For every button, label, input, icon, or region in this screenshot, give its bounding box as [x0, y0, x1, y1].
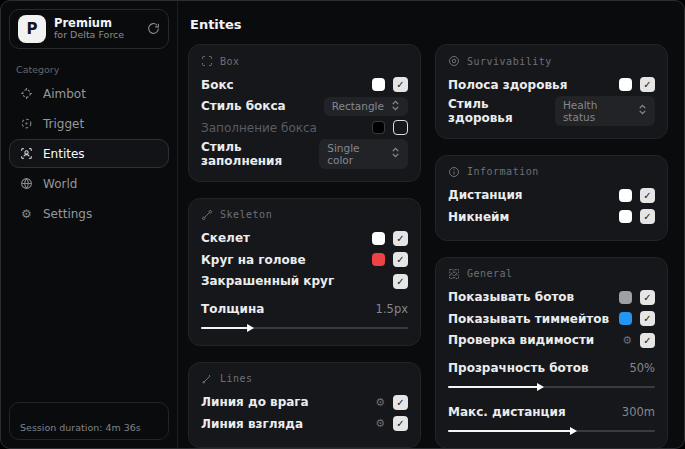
card-title: Lines: [220, 373, 253, 384]
checkbox-skeleton[interactable]: ✓: [393, 231, 408, 246]
checkbox-nickname[interactable]: ✓: [640, 209, 655, 224]
box-style-select[interactable]: Rectangle: [324, 97, 408, 116]
sidebar-item-label: Settings: [43, 207, 92, 221]
color-swatch[interactable]: [372, 253, 385, 266]
thickness-slider[interactable]: [201, 323, 408, 333]
checkbox-box-fill[interactable]: ✓: [393, 120, 408, 135]
target-icon: [19, 117, 34, 130]
color-swatch[interactable]: [619, 78, 632, 91]
sidebar-item-aimbot[interactable]: Aimbot: [9, 79, 169, 108]
card-title: Information: [467, 166, 539, 177]
globe-icon: [19, 177, 34, 190]
color-swatch[interactable]: [372, 121, 385, 134]
setting-label: Полоса здоровья: [448, 78, 567, 92]
setting-label: Дистанция: [448, 188, 523, 202]
setting-label: Закрашенный круг: [201, 274, 334, 288]
gear-icon[interactable]: ⚙: [375, 397, 385, 408]
setting-label: Линия до врага: [201, 395, 309, 409]
max-distance-slider[interactable]: [448, 426, 655, 436]
chevrons-up-down-icon: [638, 104, 647, 117]
health-style-select[interactable]: Health status: [555, 96, 655, 126]
setting-label: Круг на голове: [201, 253, 306, 267]
setting-label: Бокс: [201, 78, 234, 92]
checkbox-health-bar[interactable]: ✓: [640, 77, 655, 92]
color-swatch[interactable]: [619, 291, 632, 304]
slider-thumb[interactable]: [537, 383, 544, 391]
gear-icon[interactable]: ⚙: [375, 418, 385, 429]
card-title: General: [467, 268, 513, 279]
lifebuoy-icon: [448, 55, 460, 67]
sidebar-item-trigget[interactable]: Trigget: [9, 109, 169, 138]
card-title: Box: [220, 56, 240, 67]
checkbox-distance[interactable]: ✓: [640, 188, 655, 203]
setting-label: Линия взгляда: [201, 417, 303, 431]
setting-row-view-line: Линия взгляда ⚙ ✓: [201, 413, 408, 435]
sidebar-item-entites[interactable]: Entites: [9, 139, 169, 168]
setting-label: Заполнение бокса: [201, 121, 317, 135]
chevrons-up-down-icon: [391, 100, 400, 113]
checkbox-head-circle[interactable]: ✓: [393, 252, 408, 267]
card-skeleton: Skeleton Скелет ✓ Круг на голове ✓: [188, 198, 421, 346]
refresh-icon[interactable]: [147, 22, 160, 37]
page-title: Entites: [190, 17, 668, 32]
setting-row-box-fill: Заполнение бокса ✓: [201, 117, 408, 139]
setting-row-max-distance: Макс. дистанция 300m: [448, 402, 655, 424]
card-box: Box Бокс ✓ Стиль бокса Rectangle: [188, 44, 421, 182]
setting-label: Никнейм: [448, 210, 509, 224]
sidebar-item-world[interactable]: World: [9, 169, 169, 198]
box-icon: [201, 55, 213, 67]
setting-label: Макс. дистанция: [448, 405, 566, 419]
info-icon: [448, 166, 460, 178]
thickness-value: 1.5px: [376, 302, 408, 316]
slider-thumb[interactable]: [570, 427, 577, 435]
checkbox-filled-circle[interactable]: ✓: [393, 274, 408, 289]
setting-row-nickname: Никнейм ✓: [448, 206, 655, 228]
brand-logo: P: [18, 15, 46, 43]
sidebar-item-label: Aimbot: [43, 87, 86, 101]
setting-row-health-bar: Полоса здоровья ✓: [448, 74, 655, 96]
checkbox-visibility-check[interactable]: ✓: [640, 333, 655, 348]
setting-row-fill-style: Стиль заполнения Single color: [201, 139, 408, 169]
sidebar-item-settings[interactable]: ⚙ Settings: [9, 199, 169, 228]
color-swatch[interactable]: [372, 232, 385, 245]
app-window: P Premium for Delta Force Category Aimbo…: [0, 0, 685, 449]
bone-icon: [201, 209, 213, 221]
setting-row-enemy-line: Линия до врага ⚙ ✓: [201, 392, 408, 414]
bots-opacity-value: 50%: [629, 361, 655, 375]
color-swatch[interactable]: [372, 78, 385, 91]
gear-icon[interactable]: ⚙: [622, 335, 632, 346]
setting-label: Скелет: [201, 231, 250, 245]
setting-label: Стиль заполнения: [201, 140, 319, 168]
setting-label: Показывать ботов: [448, 290, 574, 304]
setting-label: Показывать тиммейтов: [448, 312, 609, 326]
checkbox-view-line[interactable]: ✓: [393, 416, 408, 431]
fill-style-select[interactable]: Single color: [319, 139, 408, 169]
color-swatch[interactable]: [619, 189, 632, 202]
main-panel: Entites Box Бокс ✓: [178, 1, 684, 448]
setting-row-filled-circle: Закрашенный круг ✓: [201, 271, 408, 293]
setting-row-distance: Дистанция ✓: [448, 185, 655, 207]
setting-label: Толщина: [201, 302, 264, 316]
setting-row-show-teammates: Показывать тиммейтов ✓: [448, 308, 655, 330]
bots-opacity-slider[interactable]: [448, 382, 655, 392]
category-label: Category: [16, 64, 169, 75]
max-distance-value: 300m: [622, 405, 655, 419]
person-scan-icon: [19, 147, 34, 160]
checkbox-show-bots[interactable]: ✓: [640, 290, 655, 305]
crosshair-icon: [19, 87, 34, 100]
slider-thumb[interactable]: [247, 324, 254, 332]
pencil-line-icon: [201, 373, 213, 385]
sidebar-item-label: Entites: [43, 147, 85, 161]
checkbox-enemy-line[interactable]: ✓: [393, 395, 408, 410]
setting-row-bots-opacity: Прозрачность ботов 50%: [448, 357, 655, 379]
gear-icon: ⚙: [19, 207, 34, 221]
setting-row-visibility-check: Проверка видимости ⚙ ✓: [448, 330, 655, 352]
color-swatch[interactable]: [619, 210, 632, 223]
setting-label: Проверка видимости: [448, 333, 594, 347]
session-duration: Session duration: 4m 36s: [9, 402, 169, 440]
checkbox-show-teammates[interactable]: ✓: [640, 311, 655, 326]
brand-subtitle: for Delta Force: [54, 30, 139, 41]
checkbox-box[interactable]: ✓: [393, 77, 408, 92]
color-swatch[interactable]: [619, 312, 632, 325]
card-information: Information Дистанция ✓ Никнейм ✓: [435, 155, 668, 241]
